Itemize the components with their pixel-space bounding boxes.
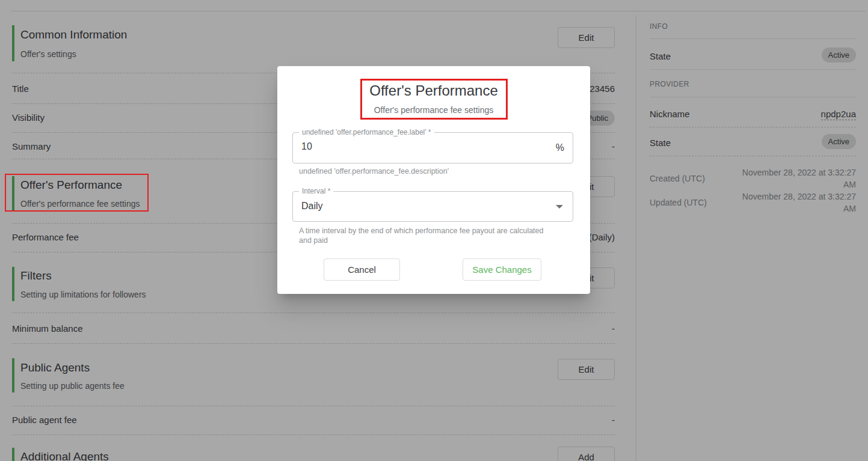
interval-select-label: Interval * bbox=[299, 186, 333, 196]
chevron-down-icon bbox=[556, 205, 563, 209]
cancel-button[interactable]: Cancel bbox=[324, 258, 400, 281]
performance-fee-field: undefined 'offer.performance_fee.label' … bbox=[292, 132, 573, 163]
interval-select[interactable]: Interval * Daily bbox=[292, 191, 573, 222]
interval-select-value: Daily bbox=[301, 201, 323, 212]
performance-fee-helper: undefined 'offer.performance_fee.descrip… bbox=[299, 166, 449, 176]
offers-performance-dialog: Offer's Performance Offer's performance … bbox=[277, 66, 590, 294]
performance-fee-field-label: undefined 'offer.performance_fee.label' … bbox=[299, 127, 434, 137]
save-changes-button[interactable]: Save Changes bbox=[463, 258, 541, 281]
dialog-subtitle: Offer's performance fee settings bbox=[277, 105, 590, 115]
interval-helper: A time interval by the end of which perf… bbox=[299, 226, 554, 245]
dialog-title: Offer's Performance bbox=[277, 82, 590, 100]
performance-fee-input[interactable] bbox=[301, 141, 536, 152]
percent-suffix: % bbox=[556, 142, 564, 153]
screen: Common Information Offer's settings Edit… bbox=[0, 0, 868, 461]
